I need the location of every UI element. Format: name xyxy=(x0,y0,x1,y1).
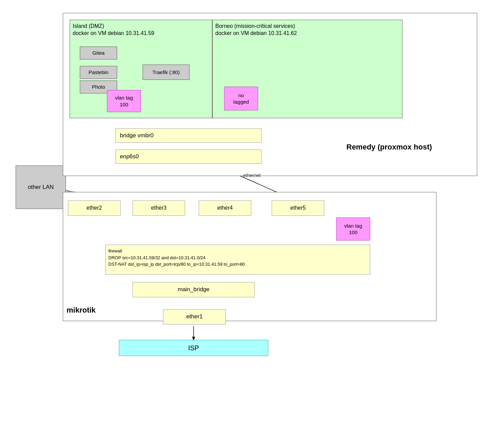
traefik-box: Traefik (:80) xyxy=(143,65,190,80)
ether1-label: ether1 xyxy=(186,313,202,320)
island-title: Island (DMZ)docker on VM debian 10.31.41… xyxy=(73,23,209,37)
bridge-vmbr0-label: bridge vmbr0 xyxy=(120,132,154,139)
vlan-tag-100-bottom-label: vlan tag 100 xyxy=(344,223,362,236)
remedy-label: Remedy (proxmox host) xyxy=(346,143,432,152)
main-bridge-label: main_bridge xyxy=(178,286,210,293)
ether5-label: ether5 xyxy=(290,205,306,212)
gitea-label: Gitea xyxy=(92,50,105,56)
ether2-box: ether2 xyxy=(68,200,121,216)
photo-label: Photo xyxy=(92,84,105,90)
ether4-label: ether4 xyxy=(217,205,233,212)
pastebin-box: Pastebin xyxy=(80,66,117,79)
ether5-box: ether5 xyxy=(272,200,324,216)
other-lan-label: other LAN xyxy=(28,183,54,191)
other-lan-box: other LAN xyxy=(16,165,66,209)
diagram-container: other LAN Remedy (proxmox host) Island (… xyxy=(0,0,504,422)
ether2-label: ether2 xyxy=(87,205,102,212)
ether3-label: ether3 xyxy=(151,205,166,212)
bridge-vmbr0-box: bridge vmbr0 xyxy=(115,128,262,143)
ether4-box: ether4 xyxy=(199,200,251,216)
isp-box: ISP xyxy=(119,340,268,356)
pastebin-label: Pastebin xyxy=(89,69,108,76)
borneo-title: Borneo (mission-critical services)docker… xyxy=(215,23,399,37)
enp6s0-box: enp6s0 xyxy=(115,150,262,164)
ethernet-label: ethernet xyxy=(243,173,260,178)
vlan-tag-100-top-label: vlan tag 100 xyxy=(115,94,133,108)
enp6s0-label: enp6s0 xyxy=(120,153,139,160)
ether3-box: ether3 xyxy=(132,200,185,216)
isp-label: ISP xyxy=(188,344,199,352)
vlan-tag-100-top: vlan tag 100 xyxy=(107,90,141,112)
firewall-box: firewall DROP src=10.31.41.59/32 and dst… xyxy=(105,245,370,275)
ether1-box: ether1 xyxy=(163,309,226,324)
gitea-box: Gitea xyxy=(80,47,117,59)
firewall-label: firewall DROP src=10.31.41.59/32 and dst… xyxy=(108,248,245,268)
traefik-label: Traefik (:80) xyxy=(152,69,180,76)
no-tagged-label: no tagged xyxy=(233,92,249,105)
main-bridge-box: main_bridge xyxy=(132,282,255,297)
no-tagged-box: no tagged xyxy=(224,87,258,110)
mikrotik-label: mikrotik xyxy=(67,306,96,315)
vlan-tag-100-bottom: vlan tag 100 xyxy=(336,217,370,241)
